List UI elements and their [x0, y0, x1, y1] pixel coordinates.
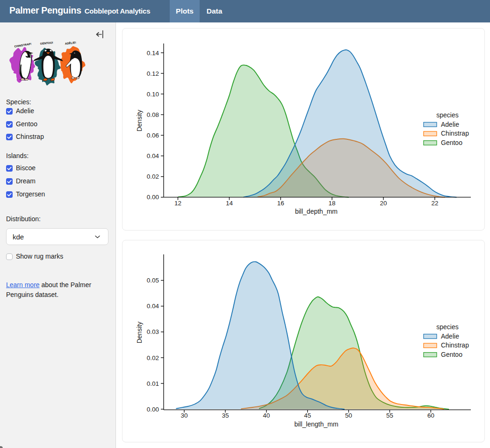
svg-text:ADĒLIE!: ADĒLIE!	[65, 41, 76, 45]
svg-text:20: 20	[380, 200, 387, 207]
svg-text:0.00: 0.00	[147, 194, 159, 201]
svg-text:0.03: 0.03	[147, 328, 159, 335]
svg-text:species: species	[436, 111, 458, 119]
svg-text:60: 60	[427, 412, 434, 419]
svg-text:species: species	[436, 323, 458, 331]
svg-text:0.02: 0.02	[147, 354, 159, 361]
svg-text:0.02: 0.02	[147, 173, 159, 180]
svg-text:Gentoo: Gentoo	[441, 351, 462, 358]
svg-text:0.04: 0.04	[147, 152, 159, 159]
svg-text:50: 50	[345, 412, 352, 419]
svg-text:Adelie: Adelie	[441, 332, 459, 340]
svg-text:40: 40	[263, 412, 270, 419]
svg-text:35: 35	[222, 412, 229, 419]
svg-text:CHINSTRAP!: CHINSTRAP!	[14, 43, 31, 48]
svg-text:55: 55	[386, 412, 393, 419]
svg-text:22: 22	[431, 200, 438, 207]
svg-text:12: 12	[174, 200, 181, 207]
svg-text:Chinstrap: Chinstrap	[441, 341, 469, 349]
svg-text:0.00: 0.00	[147, 406, 159, 413]
svg-text:0.14: 0.14	[147, 50, 159, 57]
svg-text:30: 30	[180, 412, 187, 419]
svg-text:0.04: 0.04	[147, 303, 159, 310]
svg-text:Adelie: Adelie	[441, 121, 459, 128]
svg-text:14: 14	[226, 200, 233, 207]
svg-text:45: 45	[304, 412, 311, 419]
svg-text:18: 18	[329, 200, 336, 207]
svg-text:Density: Density	[136, 322, 143, 344]
svg-text:16: 16	[277, 200, 284, 207]
svg-text:Chinstrap: Chinstrap	[441, 130, 469, 137]
svg-text:Gentoo: Gentoo	[441, 139, 462, 146]
svg-text:0.05: 0.05	[147, 277, 159, 284]
svg-text:0.06: 0.06	[147, 132, 159, 139]
svg-text:GENTOO!: GENTOO!	[40, 41, 53, 45]
svg-text:0.12: 0.12	[147, 70, 159, 77]
svg-text:bill_length_mm: bill_length_mm	[294, 420, 338, 428]
svg-text:0.10: 0.10	[147, 91, 159, 98]
svg-text:Density: Density	[136, 110, 143, 132]
svg-text:0.08: 0.08	[147, 111, 159, 118]
svg-text:bill_depth_mm: bill_depth_mm	[295, 208, 338, 215]
svg-text:0.01: 0.01	[147, 380, 159, 387]
